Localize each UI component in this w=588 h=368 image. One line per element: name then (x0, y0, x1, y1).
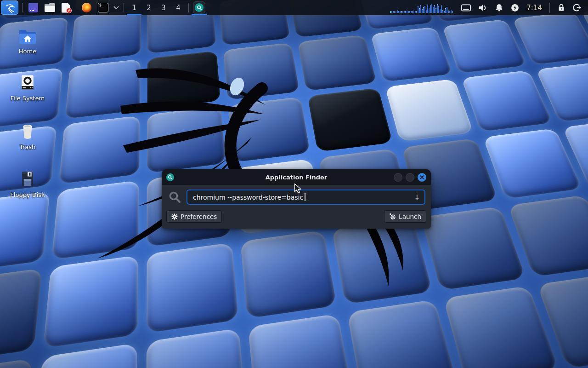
desktop-icon-label: File System (11, 95, 45, 102)
padlock-icon (557, 3, 566, 12)
desktop-icon-file-system[interactable]: File System (7, 73, 48, 102)
window-icon (28, 3, 38, 12)
close-button[interactable] (418, 173, 426, 182)
preferences-label: Preferences (181, 213, 217, 220)
workspace-button-1[interactable]: 1 (127, 0, 141, 15)
volume-button[interactable] (475, 0, 491, 15)
panel-separator (22, 3, 23, 12)
speaker-icon (478, 3, 488, 12)
bell-icon (494, 3, 504, 12)
panel-separator (549, 3, 550, 13)
titlebar[interactable]: Application Finder (162, 169, 431, 185)
notifications-button[interactable] (491, 0, 507, 15)
launch-gear-icon (389, 213, 396, 220)
workspace-button-4[interactable]: 4 (171, 0, 186, 15)
terminal-icon: $_ (98, 3, 108, 12)
kali-logo-icon (5, 2, 15, 13)
workspace-button-3[interactable]: 3 (156, 0, 171, 15)
desktop-icon-label: Floppy Disk (10, 191, 45, 198)
window-title: Application Finder (162, 174, 431, 181)
exit-circle-icon (572, 3, 582, 12)
desktop-icon-home[interactable]: Home (7, 28, 48, 55)
panel-separator (188, 3, 189, 12)
workspace-button-2[interactable]: 2 (141, 0, 156, 15)
text-caret (305, 193, 305, 201)
maximize-button[interactable] (406, 173, 414, 182)
audio-visualizer (390, 2, 453, 13)
home-folder-icon (17, 28, 38, 45)
command-text: chromium --password-store=basic (193, 194, 303, 201)
command-input[interactable]: chromium --password-store=basic ↓ (187, 190, 425, 205)
desktop-icon-label: Trash (20, 144, 35, 150)
workspace-switcher: 1 2 3 4 (127, 0, 186, 15)
history-dropdown-icon[interactable]: ↓ (414, 193, 420, 201)
magnifier-teal-icon (195, 3, 204, 12)
web-browser-button[interactable] (79, 0, 95, 15)
keyboard-indicator-button[interactable] (458, 0, 475, 15)
show-desktop-button[interactable] (25, 0, 41, 15)
terminal-dropdown-button[interactable] (112, 0, 121, 15)
minimize-button[interactable] (394, 173, 402, 182)
clock[interactable]: 7:14 (523, 4, 546, 12)
trash-icon (18, 121, 37, 141)
panel-separator (124, 3, 124, 12)
text-editor-button[interactable] (58, 0, 79, 15)
desktop-icon-label: Home (19, 48, 36, 55)
power-manager-button[interactable] (507, 0, 523, 15)
terminal-button[interactable]: $_ (95, 0, 112, 15)
search-icon (168, 190, 182, 204)
lock-screen-button[interactable] (554, 0, 569, 15)
desktop-icon-trash[interactable]: Trash (7, 121, 48, 150)
application-finder-window: Application Finder chromium --password-s… (162, 169, 431, 229)
floppy-icon (18, 169, 37, 189)
folder-icon (45, 3, 55, 12)
close-icon (420, 175, 424, 179)
launch-label: Launch (399, 213, 421, 220)
applications-menu-button[interactable] (1, 0, 18, 15)
launch-button[interactable]: Launch (384, 210, 426, 223)
preferences-button[interactable]: Preferences (166, 210, 222, 223)
logout-button[interactable] (569, 0, 585, 15)
file-manager-button[interactable] (41, 0, 58, 15)
keyboard-icon (461, 3, 471, 12)
gear-icon (171, 213, 178, 220)
drive-icon (18, 73, 37, 92)
desktop-icon-floppy-disk[interactable]: Floppy Disk (7, 169, 48, 198)
chevron-down-icon (113, 6, 119, 10)
power-bolt-icon (510, 3, 520, 12)
firefox-icon (82, 3, 91, 12)
appfinder-task-button[interactable] (192, 0, 207, 15)
edit-badge-icon (66, 8, 72, 13)
top-panel: $_ 1 2 3 4 (0, 0, 588, 15)
